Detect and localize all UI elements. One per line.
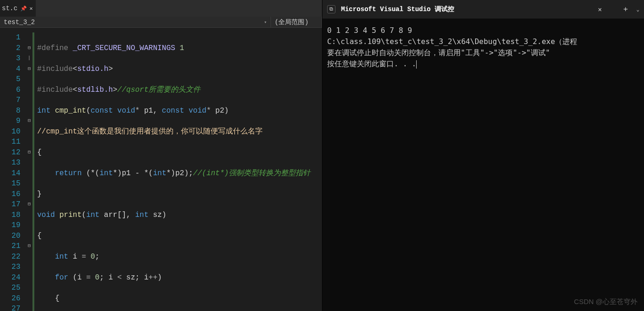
watermark: CSDN @心至苍穹外 (574, 296, 638, 307)
fold-marker[interactable]: ⊟ (26, 147, 32, 158)
line-number: 1 (0, 32, 20, 43)
tab-filename: st.c (2, 5, 18, 12)
pin-icon[interactable]: 📌 (20, 6, 27, 12)
line-number: 24 (0, 273, 20, 283)
fold-marker[interactable]: | (26, 53, 32, 64)
line-number: 23 (0, 262, 20, 273)
fold-marker (26, 127, 32, 137)
fold-marker[interactable]: ⊟ (26, 199, 32, 210)
fold-marker (26, 189, 32, 200)
line-number: 21 (0, 241, 20, 252)
fold-marker (26, 137, 32, 147)
line-number: 4 (0, 64, 20, 75)
file-tab[interactable]: st.c 📌 ✕ (0, 0, 36, 17)
fold-marker (26, 231, 32, 241)
root: st.c 📌 ✕ test_3_2 ▾ (全局范围) 1234567891011… (0, 0, 644, 311)
nav-scope-dropdown[interactable]: test_3_2 ▾ (0, 17, 271, 27)
line-number: 9 (0, 116, 20, 127)
line-number: 19 (0, 220, 20, 231)
fold-marker (26, 106, 32, 116)
line-number: 7 (0, 95, 20, 106)
nav-bar: test_3_2 ▾ (全局范围) (0, 17, 322, 28)
line-number: 16 (0, 189, 20, 200)
nav-right-dropdown[interactable]: (全局范围) (271, 17, 322, 27)
fold-marker[interactable]: ⊟ (26, 43, 32, 54)
fold-marker (26, 85, 32, 95)
code-area[interactable]: 1234567891011121314151617181920212223242… (0, 28, 322, 311)
editor-pane: st.c 📌 ✕ test_3_2 ▾ (全局范围) 1234567891011… (0, 0, 322, 311)
vs-icon: ⧉ (327, 5, 335, 13)
fold-marker (26, 220, 32, 231)
line-number: 26 (0, 293, 20, 304)
fold-marker (26, 168, 32, 179)
line-number: 13 (0, 158, 20, 168)
line-number: 6 (0, 85, 20, 95)
line-number: 2 (0, 43, 20, 54)
tab-bar: st.c 📌 ✕ (0, 0, 322, 17)
fold-marker[interactable]: ⊟ (26, 64, 32, 75)
code-content[interactable]: #define _CRT_SECURE_NO_WARNINGS 1 #inclu… (34, 28, 322, 311)
fold-marker (26, 262, 32, 273)
line-number: 15 (0, 178, 20, 189)
fold-marker[interactable]: ⊟ (26, 116, 32, 127)
fold-marker (26, 304, 32, 311)
fold-marker (26, 32, 32, 43)
fold-marker (26, 273, 32, 283)
tab-close-icon[interactable]: ✕ (598, 6, 602, 13)
console-output[interactable]: 0 1 2 3 4 5 6 7 8 9 C:\class.109\test_c\… (322, 19, 644, 311)
line-number: 5 (0, 74, 20, 85)
line-number: 12 (0, 147, 20, 158)
line-number: 25 (0, 283, 20, 293)
debug-titlebar: ⧉ Microsoft Visual Studio 调试控 ✕ + ⌄ (322, 0, 644, 19)
fold-marker (26, 95, 32, 106)
line-number: 10 (0, 127, 20, 137)
fold-marker (26, 252, 32, 262)
nav-right-label: (全局范围) (275, 18, 309, 26)
fold-marker[interactable]: ⊟ (26, 241, 32, 252)
fold-marker (26, 283, 32, 293)
line-number: 3 (0, 53, 20, 64)
fold-marker (26, 210, 32, 221)
fold-column: ⊟|⊟⊟⊟⊟⊟ (26, 28, 32, 311)
new-tab-icon[interactable]: + (623, 5, 628, 14)
close-icon[interactable]: ✕ (30, 5, 33, 12)
fold-marker (26, 158, 32, 168)
fold-marker (26, 293, 32, 304)
line-number: 22 (0, 252, 20, 262)
text-cursor (416, 60, 417, 69)
line-number: 17 (0, 199, 20, 210)
line-number: 8 (0, 106, 20, 116)
line-number: 11 (0, 137, 20, 147)
line-number: 27 (0, 304, 20, 311)
chevron-down-icon[interactable]: ⌄ (636, 6, 639, 13)
debug-window-title: Microsoft Visual Studio 调试控 (341, 5, 454, 13)
line-number: 20 (0, 231, 20, 241)
nav-left-label: test_3_2 (4, 19, 35, 26)
line-number-gutter: 1234567891011121314151617181920212223242… (0, 28, 26, 311)
debug-console-pane: ⧉ Microsoft Visual Studio 调试控 ✕ + ⌄ 0 1 … (322, 0, 644, 311)
line-number: 14 (0, 168, 20, 179)
fold-marker (26, 178, 32, 189)
fold-marker (26, 74, 32, 85)
line-number: 18 (0, 210, 20, 221)
chevron-down-icon: ▾ (264, 19, 267, 25)
